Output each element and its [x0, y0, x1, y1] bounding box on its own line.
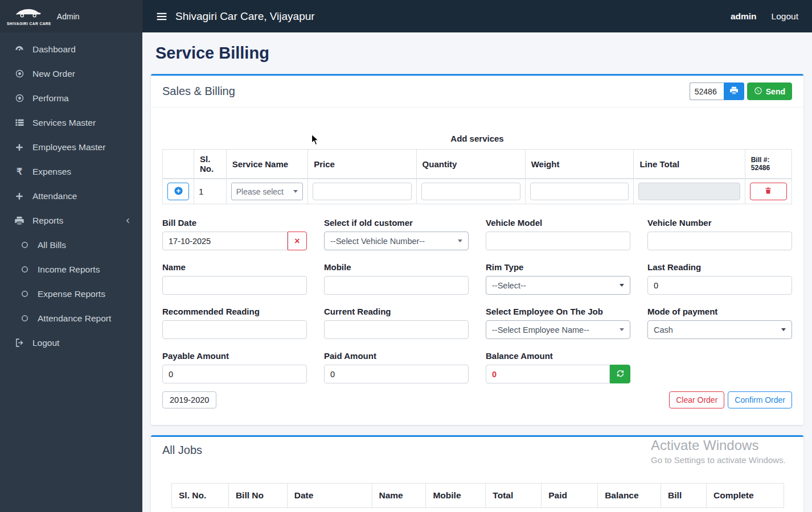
field-rim-type: Rim Type --Select-- — [486, 262, 630, 295]
vehicle-number-select-value: --Select Vehicle Number-- — [330, 237, 425, 246]
rim-type-select[interactable]: --Select-- — [486, 276, 630, 295]
col-price: Price — [308, 150, 416, 179]
brand-panel-label: Admin — [57, 12, 80, 21]
payable-amount-input[interactable] — [162, 365, 307, 383]
sidebar-item-label: Reports — [32, 216, 63, 226]
weight-input[interactable] — [530, 183, 629, 200]
sidebar-item-performa[interactable]: Performa — [0, 86, 142, 110]
send-label: Send — [766, 87, 785, 96]
confirm-order-button[interactable]: Confirm Order — [728, 391, 792, 408]
clear-date-button[interactable]: × — [288, 232, 307, 250]
sidebar-item-logout[interactable]: Logout — [0, 331, 142, 355]
payable-label: Payable Amount — [162, 351, 307, 361]
chevron-down-icon — [293, 190, 298, 193]
field-payment-mode: Mode of payment Cash — [647, 307, 792, 339]
sidebar-item-reports[interactable]: Reports — [0, 208, 142, 233]
sidebar-item-label: Income Reports — [38, 265, 100, 275]
user-menu[interactable]: admin — [731, 11, 757, 22]
jobs-col-paid: Paid — [542, 484, 598, 508]
performa-icon — [14, 93, 25, 103]
field-mobile: Mobile — [324, 262, 469, 295]
name-input[interactable] — [162, 276, 307, 295]
logout-link[interactable]: Logout — [772, 11, 798, 22]
employee-select[interactable]: --Select Employee Name-- — [486, 320, 630, 339]
field-name: Name — [162, 262, 307, 295]
vehicle-number-label: Vehicle Number — [647, 218, 792, 228]
sidebar-item-dashboard[interactable]: Dashboard — [0, 37, 142, 61]
current-reading-input[interactable] — [324, 320, 469, 339]
quantity-input[interactable] — [421, 183, 520, 200]
last-reading-input[interactable] — [647, 276, 792, 295]
jobs-col-mobile: Mobile — [426, 484, 486, 508]
jobs-col-name: Name — [372, 484, 426, 508]
field-empty — [647, 351, 792, 383]
bill-header-controls: Send — [690, 82, 792, 100]
sidebar-item-expenses[interactable]: ₹ Expenses — [0, 159, 142, 184]
field-bill-date: Bill Date × — [162, 218, 307, 250]
reports-submenu: All Bills Income Reports Expense Reports — [0, 233, 142, 331]
bill-date-input[interactable] — [162, 232, 288, 250]
clear-order-button[interactable]: Clear Order — [669, 391, 724, 408]
sidebar-item-label: Attendance — [32, 191, 77, 201]
print-icon — [729, 86, 739, 97]
payment-mode-select[interactable]: Cash — [647, 320, 792, 339]
dashboard-icon — [14, 44, 25, 55]
sidebar-item-employees-master[interactable]: Employees Master — [0, 135, 142, 159]
bill-number-input[interactable] — [690, 82, 724, 100]
sidebar-item-expense-reports[interactable]: Expense Reports — [0, 282, 142, 306]
paid-amount-input[interactable] — [324, 365, 469, 383]
sidebar-item-label: Attendance Report — [38, 313, 111, 324]
sidebar-item-services-master[interactable]: Services Master — [0, 110, 142, 135]
delete-row-button[interactable] — [750, 183, 787, 200]
jobs-col-sl-no: Sl. No. — [172, 484, 229, 508]
vehicle-model-input[interactable] — [486, 232, 630, 250]
col-line-total: Line Total — [634, 150, 745, 179]
jobs-table-header-row: Sl. No. Bill No Date Name Mobile Total P… — [172, 484, 784, 508]
sidebar-item-all-bills[interactable]: All Bills — [0, 233, 142, 257]
financial-year-button[interactable]: 2019-2020 — [162, 391, 216, 408]
bill-ref-header: Bill #: 52486 — [745, 150, 792, 179]
brand: SHIVAGIRI CAR CARE Admin — [0, 0, 142, 32]
print-button[interactable] — [724, 82, 744, 100]
sidebar-item-label: Services Master — [32, 118, 96, 128]
service-row: 1 Please select — [163, 179, 792, 204]
circle-icon — [19, 265, 30, 274]
service-name-select[interactable]: Please select — [231, 183, 303, 200]
printer-icon — [14, 216, 25, 226]
jobs-table: Sl. No. Bill No Date Name Mobile Total P… — [171, 483, 784, 508]
mobile-input[interactable] — [324, 276, 469, 295]
service-select-value: Please select — [236, 187, 284, 196]
price-input[interactable] — [313, 183, 411, 200]
recommended-reading-input[interactable] — [162, 320, 307, 339]
field-current-reading: Current Reading — [324, 307, 469, 339]
circle-icon — [19, 314, 30, 323]
employee-select-value: --Select Employee Name-- — [492, 325, 589, 335]
sidebar-item-attendance[interactable]: Attendance — [0, 184, 142, 208]
rim-type-select-value: --Select-- — [492, 281, 526, 290]
vehicle-number-input[interactable] — [647, 232, 792, 250]
bill-date-label: Bill Date — [162, 218, 307, 228]
topbar-right: admin Logout — [731, 11, 798, 22]
vehicle-number-select[interactable]: --Select Vehicle Number-- — [324, 232, 469, 250]
payment-mode-label: Mode of payment — [647, 307, 792, 316]
billing-card-body: Add services Sl. No. Service Name Price … — [151, 134, 803, 408]
payment-mode-select-value: Cash — [654, 325, 673, 335]
col-weight: Weight — [525, 150, 634, 179]
sidebar-item-new-order[interactable]: New Order — [0, 61, 142, 86]
plus-circle-icon — [174, 186, 183, 197]
balance-label: Balance Amount — [486, 351, 630, 361]
order-actions: Clear Order Confirm Order — [669, 391, 792, 408]
add-service-row-button[interactable] — [167, 183, 189, 200]
sidebar-item-attendance-report[interactable]: Attendance Report — [0, 306, 142, 331]
sidebar-item-label: Employees Master — [32, 142, 105, 152]
hamburger-icon[interactable] — [156, 11, 167, 22]
car-logo-icon — [14, 7, 44, 21]
last-reading-label: Last Reading — [647, 262, 792, 272]
chevron-down-icon — [781, 328, 786, 331]
brand-logo: SHIVAGIRI CAR CARE — [7, 7, 51, 26]
whatsapp-send-button[interactable]: Send — [747, 82, 792, 100]
sidebar-item-income-reports[interactable]: Income Reports — [0, 257, 142, 282]
balance-amount-input[interactable] — [486, 365, 610, 383]
sidebar-item-label: Expense Reports — [38, 289, 105, 299]
recalculate-button[interactable] — [610, 365, 630, 383]
